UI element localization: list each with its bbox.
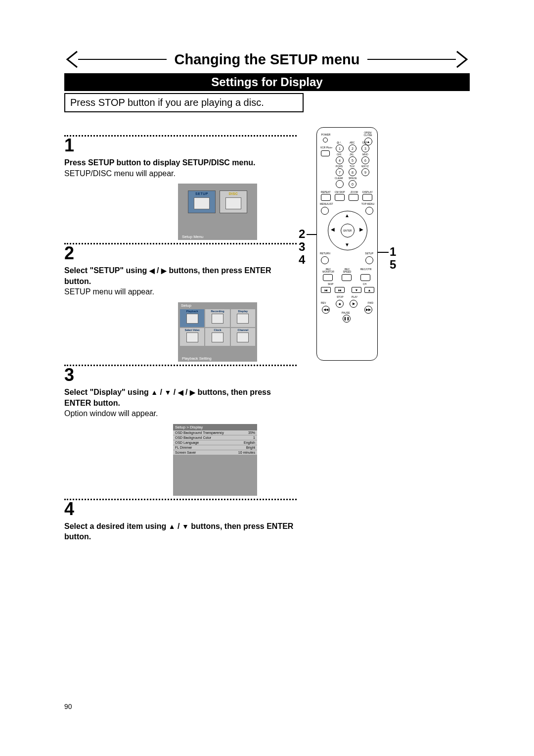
callout-left-2: 2 — [299, 227, 305, 241]
step-1-text: SETUP/DISC menu will appear. — [64, 169, 176, 178]
remote-column: 2 3 4 1 5 POWER OPEN/ CLOSE ▲ VCR Plus+ … — [312, 132, 470, 547]
setup-button — [365, 256, 373, 264]
page-number: 90 — [64, 703, 72, 710]
ch-label: CH — [363, 283, 366, 285]
osd-display-options-screen: Setup > Display OSD Background Transpare… — [173, 424, 257, 496]
rev-label: REV — [321, 302, 326, 304]
page-title-bar: Changing the SETUP menu — [64, 49, 470, 69]
play-triangle-icon — [186, 314, 198, 324]
topmenu-button — [365, 207, 373, 215]
osd-list-row: OSD Background Color1 — [173, 435, 257, 440]
section-subtitle: Settings for Display — [64, 73, 470, 91]
callout-left-3: 3 — [299, 240, 305, 254]
num-6-button: 6 — [361, 156, 369, 164]
dpad-left-icon: ◀ — [331, 227, 335, 232]
down-arrow-icon: ▼ — [164, 388, 171, 396]
osd-cell-display: Display — [231, 309, 255, 327]
step-number: 1 — [64, 137, 297, 154]
rec-monitor-button — [323, 274, 333, 281]
osd-list-row: OSD LanguageEnglish — [173, 440, 257, 445]
osd-setup-disc-screen: SETUP DISC Setup Menu — [178, 184, 257, 240]
right-arrow-icon: ▶ — [161, 267, 167, 275]
antenna-icon — [237, 332, 249, 342]
skip-next-button: ⏭ — [335, 287, 345, 293]
step-3-text: Option window will appear. — [64, 409, 158, 418]
osd-list-row: OSD Background Transparency35% — [173, 430, 257, 435]
num-2-button: 2 — [349, 144, 356, 152]
clear-button — [336, 180, 344, 188]
osd-cell-clock: Clock — [205, 328, 229, 346]
step-number: 3 — [64, 366, 297, 384]
direction-pad: ENTER ▲ ▼ ◀ ▶ — [328, 211, 366, 249]
setup-slider-icon — [194, 197, 210, 209]
dpad-down-icon: ▼ — [345, 242, 350, 247]
dpad-up-icon: ▲ — [345, 213, 350, 218]
repeat-button — [321, 194, 331, 201]
pause-button: ❚❚ — [343, 315, 351, 323]
record-dot-icon — [212, 314, 223, 324]
space-label: SPACE — [349, 177, 357, 180]
osd-setup-menu-screen: Setup Playback Recording Display Select … — [178, 302, 257, 362]
down-arrow-icon: ▼ — [182, 522, 189, 530]
osd-cell-select-video: Select Video — [180, 328, 204, 346]
play-button: ▶ — [350, 300, 357, 308]
stop-button: ■ — [336, 300, 344, 308]
title-rule-right — [367, 59, 456, 60]
disc-icon — [225, 197, 241, 209]
remote-control-diagram: POWER OPEN/ CLOSE ▲ VCR Plus+ @ / . ABC … — [316, 127, 378, 361]
num-5-button: 5 — [349, 156, 356, 164]
num-8-button: 8 — [349, 168, 356, 176]
ch-down-button: ▼ — [352, 287, 361, 293]
return-label: RETURN — [320, 252, 330, 255]
rec-speed-button — [342, 274, 352, 281]
clear-label: CLEAR — [335, 177, 343, 180]
title-rule-left — [78, 59, 167, 60]
setup-label: SETUP — [365, 252, 373, 255]
osd-cell-channel: Channel — [231, 328, 255, 346]
left-arrow-icon: ◀ — [149, 267, 155, 275]
num-3-button: 3 — [361, 144, 369, 152]
precondition-note: Press STOP button if you are playing a d… — [64, 93, 304, 112]
up-arrow-icon: ▲ — [169, 522, 176, 530]
menulist-label: MENU/LIST — [320, 203, 333, 205]
step-number: 2 — [64, 244, 297, 262]
step-2-body: Select "SETUP" using ◀ / ▶ buttons, then… — [64, 265, 297, 297]
display-button — [362, 194, 372, 201]
skip-label: SKIP — [328, 283, 333, 285]
power-button — [323, 138, 328, 142]
pause-label: PAUSE — [342, 312, 350, 314]
osd-cell-recording: Recording — [205, 309, 229, 327]
num-7-button: 7 — [336, 168, 344, 176]
osd-caption: Playback Setting — [182, 356, 212, 361]
step-1-bold: Press SETUP button to display SETUP/DISC… — [64, 158, 255, 167]
callout-right-5: 5 — [390, 258, 396, 272]
topmenu-label: TOP MENU — [361, 203, 374, 205]
zoom-button — [349, 194, 358, 201]
step-2-text: SETUP menu will appear. — [64, 287, 154, 296]
power-label: POWER — [320, 134, 332, 136]
osd-tab-disc: DISC — [220, 190, 247, 213]
open-close-label: OPEN/ CLOSE — [361, 132, 374, 137]
osd-caption: Setup Menu — [182, 235, 203, 239]
osd-cell-playback: Playback — [180, 309, 204, 327]
vcrplus-label: VCR Plus+ — [320, 146, 333, 149]
right-arrow-icon: ▶ — [190, 388, 195, 396]
osd-tab-setup: SETUP — [188, 190, 216, 213]
ch-up-button: ▲ — [364, 287, 374, 293]
osd-list-header: Setup > Display — [173, 424, 257, 430]
cm-skip-button — [335, 194, 345, 201]
callout-right-1: 1 — [390, 245, 396, 259]
video-cable-icon — [186, 332, 198, 342]
fwd-button: ▶▶ — [364, 306, 372, 314]
display-bars-icon — [237, 314, 249, 324]
clock-icon — [212, 332, 223, 342]
step-4-body: Select a desired item using ▲ / ▼ button… — [64, 521, 297, 542]
instructions-column: 1 Press SETUP button to display SETUP/DI… — [64, 132, 297, 547]
return-button — [321, 256, 329, 264]
osd-list-row: FL DimmerBright — [173, 445, 257, 450]
enter-button: ENTER — [341, 224, 355, 237]
num-4-button: 4 — [336, 156, 344, 164]
osd-list-row: Screen Saver10 minutes — [173, 450, 257, 455]
bracket-right-icon — [456, 49, 470, 69]
callout-left-4: 4 — [299, 253, 305, 267]
